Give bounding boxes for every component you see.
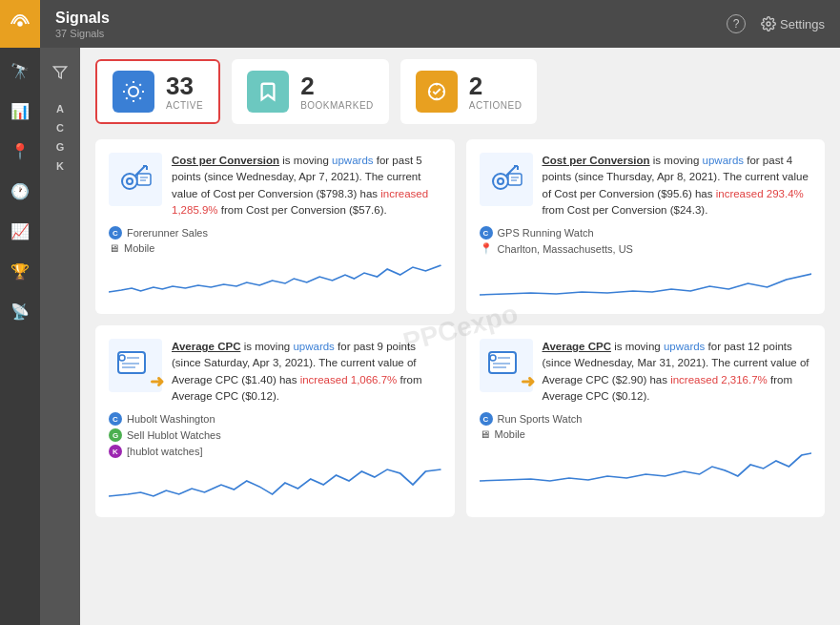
actioned-icon [416,71,458,113]
header-actions: ? Settings [727,14,825,33]
card-2-thumb [480,153,533,206]
card-3-meta: C Hubolt Washington G Sell Hublot Watche… [109,412,441,458]
active-stat-info: 33 Active [166,73,203,111]
signal-card-3: ➜ Average CPC is moving upwards for past… [95,325,455,517]
signals-icon[interactable]: 📡 [3,294,37,328]
actioned-count: 2 [469,73,522,98]
card-1-text: Cost per Conversion is moving upwards fo… [172,153,441,219]
bookmarked-stat-info: 2 Bookmarked [300,73,374,111]
active-icon [113,71,154,113]
settings-button[interactable]: Settings [761,16,825,31]
cards-grid: PPCexpo [95,139,825,517]
svg-line-11 [139,84,140,85]
bookmarked-icon [247,71,289,113]
content-main: 33 Active 2 Bookmarked [80,48,840,625]
left-navigation: 🔭 📊 📍 🕐 📈 🏆 📡 [0,0,40,625]
alpha-c: C [56,118,64,137]
top-header: Signals 37 Signals ? Settings [40,0,840,48]
badge-g-icon: G [109,428,122,442]
svg-rect-19 [137,174,151,185]
chart-icon[interactable]: 📊 [3,94,37,128]
clock-icon[interactable]: 🕐 [3,174,37,208]
active-stat-card[interactable]: 33 Active [95,59,220,124]
alpha-k: K [56,156,64,176]
card-3-chart [109,466,441,504]
bookmarked-label: Bookmarked [300,100,374,111]
badge-c-icon-3: C [109,412,122,426]
telescope-icon[interactable]: 🔭 [3,53,37,88]
mobile-icon-4: 🖥 [480,428,490,440]
actioned-stat-card[interactable]: 2 Actioned [400,59,538,124]
location-icon-2: 📍 [480,242,493,255]
badge-c-icon-2: C [480,226,493,240]
svg-rect-22 [480,153,533,206]
signal-card-2: Cost per Conversion is moving upwards fo… [466,139,826,314]
filter-icon[interactable] [45,57,75,88]
card-1-header: Cost per Conversion is moving upwards fo… [109,153,441,219]
card-2-chart [480,262,812,301]
badge-k-icon: K [109,445,122,458]
alpha-a: A [56,99,64,118]
card-4-text: Average CPC is moving upwards for past 1… [543,339,812,405]
svg-point-0 [17,21,23,27]
card-4-meta: C Run Sports Watch 🖥 Mobile [480,412,812,440]
analytics-icon[interactable]: 📈 [3,214,37,248]
meta-row-campaign-3: C Hubolt Washington [109,412,441,426]
card-2-header: Cost per Conversion is moving upwards fo… [480,153,812,219]
svg-rect-28 [508,174,522,185]
actioned-label: Actioned [469,100,522,111]
meta-row-location: 📍 Charlton, Massachusetts, US [480,242,812,255]
mobile-icon: 🖥 [109,242,119,254]
svg-line-7 [139,97,140,98]
meta-row-adgroup: G Sell Hublot Watches [109,428,441,442]
header-title-block: Signals 37 Signals [55,10,110,39]
card-1-thumb [109,153,162,206]
svg-marker-2 [53,67,66,78]
active-label: Active [166,100,203,111]
bookmarked-count: 2 [300,73,374,98]
trophy-icon[interactable]: 🏆 [3,254,37,288]
badge-c-icon-4: C [480,412,493,426]
svg-point-1 [767,22,770,26]
card-4-header: ➜ Average CPC is moving upwards for past… [480,339,812,405]
svg-line-6 [126,84,127,85]
card-2-meta: C GPS Running Watch 📍 Charlton, Massachu… [480,226,812,255]
page-subtitle: 37 Signals [55,28,110,39]
meta-row-device: 🖥 Mobile [109,242,441,254]
active-count: 33 [166,73,203,98]
main-area: Signals 37 Signals ? Settings A C [40,0,840,625]
svg-rect-13 [109,153,162,206]
badge-c-icon: C [109,226,122,240]
card-3-thumb: ➜ [109,339,162,392]
signal-card-1: Cost per Conversion is moving upwards fo… [95,139,455,314]
card-1-chart [109,261,441,300]
card-4-thumb: ➜ [480,339,533,392]
card-2-text: Cost per Conversion is moving upwards fo… [543,153,812,219]
signal-card-4: ➜ Average CPC is moving upwards for past… [466,325,826,517]
svg-line-10 [126,97,127,98]
page-title: Signals [55,10,110,27]
meta-row-keyword: K [hublot watches] [109,445,441,458]
brand-logo [0,0,40,48]
meta-row-campaign-4: C Run Sports Watch [480,412,812,426]
stats-row: 33 Active 2 Bookmarked [95,59,825,124]
meta-row-device-4: 🖥 Mobile [480,428,812,440]
actioned-stat-info: 2 Actioned [469,73,522,111]
content-wrapper: A C G K [40,48,840,625]
svg-point-3 [129,87,138,96]
meta-row-campaign-2: C GPS Running Watch [480,226,812,240]
card-3-text: Average CPC is moving upwards for past 9… [172,339,441,405]
bookmarked-stat-card[interactable]: 2 Bookmarked [232,59,389,124]
alpha-labels: A C G K [56,99,65,176]
help-button[interactable]: ? [727,14,746,33]
location-icon[interactable]: 📍 [3,134,37,168]
alpha-g: G [56,137,65,156]
card-1-meta: C Forerunner Sales 🖥 Mobile [109,226,441,254]
card-3-header: ➜ Average CPC is moving upwards for past… [109,339,441,405]
meta-row-campaign: C Forerunner Sales [109,226,441,240]
secondary-navigation: A C G K [40,48,80,625]
card-4-chart [480,448,812,486]
